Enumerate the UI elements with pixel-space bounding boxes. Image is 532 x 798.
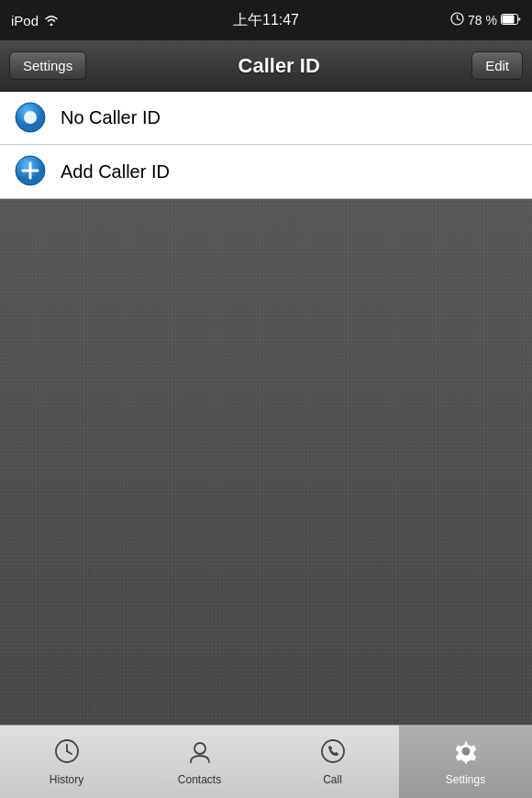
page-title: Caller ID (238, 54, 320, 78)
tab-call-label: Call (323, 773, 342, 786)
contacts-icon (187, 738, 213, 770)
tab-contacts[interactable]: Contacts (133, 726, 266, 798)
svg-line-2 (458, 19, 460, 21)
battery-icon (501, 13, 521, 28)
clock-icon (450, 12, 464, 28)
empty-background (0, 199, 532, 776)
tab-history-label: History (50, 773, 83, 786)
tab-bar: History Contacts Call Settings (0, 725, 532, 798)
tab-settings-label: Settings (446, 773, 485, 786)
back-button[interactable]: Settings (9, 51, 86, 80)
status-right: 78 % (450, 12, 521, 28)
svg-rect-4 (503, 16, 515, 24)
no-caller-id-item[interactable]: No Caller ID (0, 92, 532, 145)
history-icon (54, 738, 80, 770)
device-label: iPod (11, 13, 39, 28)
svg-point-13 (194, 743, 205, 754)
content-area: No Caller ID Add Caller ID (0, 92, 532, 776)
tab-settings[interactable]: Settings (399, 726, 532, 798)
no-caller-id-label: No Caller ID (61, 107, 161, 128)
status-time: 上午11:47 (233, 11, 299, 30)
svg-point-16 (461, 747, 470, 755)
svg-point-6 (24, 111, 37, 124)
svg-point-14 (322, 740, 344, 762)
tab-history[interactable]: History (0, 726, 133, 798)
settings-icon (453, 738, 479, 770)
add-caller-id-label: Add Caller ID (61, 161, 170, 183)
radio-icon (15, 102, 48, 135)
edit-button[interactable]: Edit (471, 51, 523, 80)
battery-percentage: 78 % (468, 13, 497, 28)
status-bar: iPod 上午11:47 78 % (0, 0, 532, 40)
wifi-icon (44, 13, 59, 28)
call-icon (320, 738, 346, 770)
add-caller-id-item[interactable]: Add Caller ID (0, 145, 532, 198)
svg-line-12 (67, 751, 72, 754)
tab-call[interactable]: Call (266, 726, 399, 798)
caller-id-list: No Caller ID Add Caller ID (0, 92, 532, 199)
status-left: iPod (11, 13, 59, 28)
tab-contacts-label: Contacts (178, 773, 221, 786)
navigation-bar: Settings Caller ID Edit (0, 40, 532, 92)
plus-icon (15, 155, 48, 188)
